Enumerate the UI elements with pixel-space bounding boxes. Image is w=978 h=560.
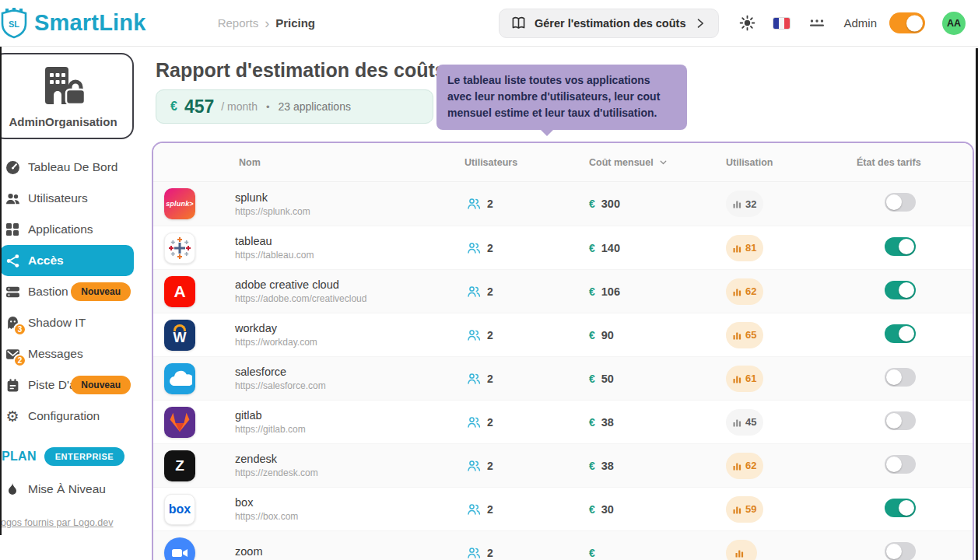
separator-dot: • [266, 101, 270, 113]
column-header-pricing-state[interactable]: État des tarifs [857, 157, 973, 168]
manage-costs-button[interactable]: Gérer l'estimation des coûts [499, 9, 719, 38]
table-row[interactable]: A adobe creative cloud https://adobe.com… [153, 269, 973, 313]
table-row[interactable]: zoom 2 € [153, 530, 973, 560]
theme-sun-icon[interactable] [739, 15, 755, 31]
app-url: https://workday.com [235, 337, 317, 348]
users-count-icon [467, 328, 481, 342]
server-icon [5, 284, 20, 299]
table-row[interactable]: W workday https://workday.com 2 € 90 [153, 313, 973, 356]
table-header: Nom Utilisateurs Coût mensuel Utilisatio… [153, 143, 973, 182]
app-icon: splunk> [164, 188, 195, 219]
euro-icon: € [589, 242, 595, 254]
more-options-icon[interactable] [808, 16, 826, 30]
column-header-users[interactable]: Utilisateurs [464, 157, 589, 168]
utilization-value: 45 [745, 416, 756, 428]
users-count: 2 [487, 198, 493, 210]
column-header-cost[interactable]: Coût mensuel [589, 157, 726, 168]
table-row[interactable]: Z zendesk https://zendesk.com 2 € 38 [153, 443, 973, 487]
monthly-cost: 38 [601, 416, 614, 429]
euro-icon: € [170, 100, 177, 114]
utilization-badge [726, 540, 757, 560]
pricing-toggle[interactable] [885, 193, 916, 212]
bar-chart-icon [733, 374, 741, 383]
pricing-toggle[interactable] [885, 455, 916, 474]
pricing-toggle[interactable] [885, 542, 916, 560]
svg-text:SL: SL [9, 19, 19, 29]
table-row[interactable]: salesforce https://salesforce.com 2 € 50 [153, 356, 973, 400]
euro-icon: € [589, 285, 595, 298]
plan-row: PLAN ENTERPRISE [0, 447, 134, 466]
book-icon [510, 15, 527, 31]
users-count-icon [467, 285, 481, 299]
pricing-toggle[interactable] [885, 324, 916, 343]
sidebar-item-access[interactable]: Accès [0, 245, 134, 276]
euro-icon: € [589, 460, 595, 472]
avatar[interactable]: AA [942, 12, 966, 35]
pricing-toggle[interactable] [885, 411, 916, 430]
users-count: 2 [487, 373, 493, 385]
language-flag-icon[interactable] [773, 17, 790, 30]
monthly-cost: 38 [601, 460, 614, 472]
pricing-toggle[interactable] [885, 368, 916, 387]
breadcrumb-section[interactable]: Reports [218, 16, 259, 30]
column-header-name[interactable]: Nom [153, 157, 464, 168]
sidebar-item-dashboard[interactable]: Tableau De Bord [0, 152, 134, 183]
admin-toggle[interactable] [889, 12, 925, 33]
app-name: workday [235, 322, 317, 334]
sidebar-item-configuration[interactable]: ⚙ Configuration [0, 401, 134, 432]
sidebar-item-bastion[interactable]: Bastion Nouveau [0, 276, 134, 307]
utilization-value: 62 [745, 285, 756, 297]
pricing-toggle[interactable] [885, 499, 916, 517]
plan-enterprise-badge[interactable]: ENTERPRISE [44, 447, 124, 466]
sidebar-item-users[interactable]: Utilisateurs [0, 183, 134, 214]
utilization-badge: 62 [726, 278, 763, 305]
sidebar-item-messages[interactable]: 2 Messages [0, 338, 134, 369]
users-count: 2 [487, 460, 493, 472]
app-icon [164, 537, 195, 560]
pricing-toggle[interactable] [885, 237, 916, 256]
app-url: https://box.com [235, 511, 298, 522]
bar-chart-icon [733, 418, 741, 427]
app-url: https://salesforce.com [235, 380, 326, 391]
info-tooltip: Le tableau liste toutes vos applications… [436, 65, 687, 130]
header-actions: Admin AA [739, 12, 966, 35]
dashboard-icon [5, 159, 20, 175]
table-row[interactable]: splunk> splunk https://splunk.com 2 € 30… [153, 182, 973, 226]
sidebar-item-upgrade[interactable]: Mise À Niveau [0, 474, 134, 505]
table-row[interactable]: tableau https://tableau.com 2 € 140 8 [153, 226, 973, 269]
bar-chart-icon [733, 505, 741, 514]
apps-grid-icon [5, 222, 20, 237]
logo-credit-link[interactable]: Logos fournis par Logo.dev [0, 517, 134, 528]
users-count-icon [467, 546, 481, 560]
share-icon [5, 253, 20, 268]
users-count: 2 [487, 547, 493, 559]
app-icon: Z [164, 450, 195, 481]
monthly-cost: 140 [601, 242, 620, 254]
brand-logo[interactable]: SL SmartLink [0, 6, 146, 40]
sidebar-item-shadow-it[interactable]: 3 Shadow IT [0, 307, 134, 338]
cost-summary-pill: € 457 / month • 23 applications [156, 89, 433, 124]
monthly-cost: 300 [601, 198, 620, 210]
euro-icon: € [589, 198, 595, 210]
messages-count-badge: 2 [13, 354, 26, 367]
sidebar-item-applications[interactable]: Applications [0, 214, 134, 245]
users-count-icon [467, 372, 481, 386]
column-header-utilization[interactable]: Utilisation [726, 157, 857, 168]
users-count: 2 [487, 242, 493, 254]
utilization-badge: 81 [726, 235, 763, 261]
users-count-icon [467, 459, 481, 473]
table-row[interactable]: gitlab https://gitlab.com 2 € 38 45 [153, 400, 973, 443]
bar-chart-icon [733, 243, 741, 253]
gear-icon: ⚙ [5, 408, 20, 424]
nouveau-badge: Nouveau [71, 376, 131, 394]
table-row[interactable]: box box https://box.com 2 € 30 [153, 487, 973, 530]
app-url: https://adobe.com/creativecloud [235, 293, 366, 304]
pricing-toggle[interactable] [885, 281, 916, 299]
sidebar-item-audit-trail[interactable]: Piste D'audit Nouveau [0, 369, 134, 401]
plan-label: PLAN [2, 450, 37, 464]
manage-costs-label: Gérer l'estimation des coûts [535, 17, 685, 30]
left-edge [0, 47, 2, 535]
organization-card[interactable]: AdminOrganisation [0, 53, 134, 139]
period-label: / month [221, 100, 258, 113]
monthly-cost: 50 [601, 373, 614, 385]
